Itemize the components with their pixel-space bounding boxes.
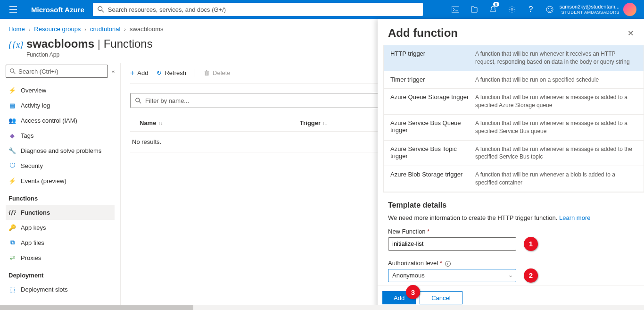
page-subtitle: Function App (26, 51, 153, 58)
template-details-heading: Template details (388, 201, 639, 209)
collapse-sidebar-icon[interactable]: « (112, 68, 115, 74)
toolbar-separator (195, 69, 195, 77)
template-row[interactable]: Azure Blob Storage trigger A function th… (384, 166, 644, 192)
refresh-icon: ↻ (157, 69, 162, 76)
callout-1: 1 (524, 237, 538, 251)
template-row[interactable]: Azure Service Bus Queue trigger A functi… (384, 114, 644, 140)
callout-2: 2 (524, 268, 538, 283)
panel-title: Add function (388, 26, 458, 40)
sidebar-section-functions: Functions (6, 188, 115, 205)
template-desc: A function that will be run on a specifi… (475, 76, 637, 84)
help-icon[interactable]: ? (522, 0, 540, 19)
proxy-icon: ⇄ (8, 254, 16, 261)
sidebar-item-deployment-slots[interactable]: ⬚Deployment slots (6, 282, 115, 297)
template-name: Azure Blob Storage trigger (390, 171, 475, 187)
brand-label[interactable]: Microsoft Azure (23, 6, 93, 14)
template-desc: A function that will be run whenever a m… (475, 93, 637, 109)
user-menu[interactable]: samson2ky@studentam... STUDENT AMBASSADO… (560, 3, 640, 16)
sidebar-item-tags[interactable]: ◆Tags (6, 128, 115, 143)
new-function-input[interactable] (388, 237, 516, 251)
search-placeholder: Search resources, services, and docs (G+… (108, 6, 226, 13)
template-row[interactable]: Azure Queue Storage trigger A function t… (384, 88, 644, 114)
sidebar-item-diagnose[interactable]: 🔧Diagnose and solve problems (6, 143, 115, 158)
settings-icon[interactable] (503, 0, 521, 19)
hamburger-menu-icon[interactable] (4, 6, 23, 13)
template-list: HTTP trigger A function that will be run… (383, 45, 644, 193)
add-button[interactable]: +Add (130, 69, 148, 77)
avatar (623, 3, 636, 16)
template-name: Azure Queue Storage trigger (390, 93, 475, 109)
template-desc: A function that will be run whenever a m… (475, 119, 637, 135)
template-name: Azure Service Bus Topic trigger (390, 145, 475, 161)
sidebar: Search (Ctrl+/) « ⚡Overview ▤Activity lo… (0, 63, 121, 310)
sidebar-item-app-files[interactable]: ⧉App files (6, 235, 115, 250)
refresh-button[interactable]: ↻Refresh (157, 69, 186, 76)
chevron-right-icon: › (124, 26, 126, 32)
key-icon: 🔑 (8, 224, 16, 231)
sidebar-search-placeholder: Search (Ctrl+/) (18, 68, 58, 75)
sidebar-item-label: Functions (21, 209, 50, 216)
learn-more-link[interactable]: Learn more (559, 214, 590, 221)
sidebar-search-input[interactable]: Search (Ctrl+/) (6, 65, 108, 78)
breadcrumb-current: swacblooms (130, 25, 164, 33)
slots-icon: ⬚ (8, 285, 16, 293)
sidebar-item-access-control[interactable]: 👥Access control (IAM) (6, 113, 115, 128)
user-email: samson2ky@studentam... (560, 4, 619, 10)
global-search-input[interactable]: Search resources, services, and docs (G+… (93, 3, 423, 16)
wrench-icon: 🔧 (8, 147, 16, 154)
search-icon (10, 68, 16, 74)
directories-icon[interactable] (465, 0, 483, 19)
template-desc: A function that will be run whenever a b… (475, 171, 637, 187)
search-icon (98, 6, 104, 13)
sort-icon: ↑↓ (322, 121, 327, 126)
breadcrumb-item[interactable]: crudtutorial (90, 25, 120, 33)
sidebar-item-security[interactable]: 🛡Security (6, 158, 115, 173)
column-trigger[interactable]: Trigger↑↓ (300, 119, 327, 126)
sidebar-section-deployment: Deployment (6, 265, 115, 282)
svg-point-3 (546, 6, 553, 13)
log-icon: ▤ (8, 101, 16, 109)
sidebar-item-proxies[interactable]: ⇄Proxies (6, 250, 115, 265)
close-icon[interactable]: ✕ (627, 29, 634, 38)
select-value: Anonymous (392, 272, 425, 279)
svg-point-5 (551, 8, 552, 9)
sidebar-item-app-keys[interactable]: 🔑App keys (6, 220, 115, 235)
bolt-icon: ⚡ (8, 177, 16, 184)
template-name: Azure Service Bus Queue trigger (390, 119, 475, 135)
shield-icon: 🛡 (8, 162, 16, 169)
breadcrumb-item[interactable]: Resource groups (34, 25, 81, 33)
delete-button: 🗑Delete (204, 69, 231, 76)
breadcrumb-item[interactable]: Home (8, 25, 25, 33)
template-name: Timer trigger (390, 76, 475, 84)
svg-rect-1 (452, 6, 459, 13)
files-icon: ⧉ (8, 239, 16, 246)
column-name[interactable]: Name↑↓ (140, 119, 300, 126)
chevron-right-icon: › (29, 26, 31, 32)
cloud-shell-icon[interactable] (446, 0, 464, 19)
notifications-icon[interactable]: 8 (484, 0, 502, 19)
template-row[interactable]: Azure Service Bus Topic trigger A functi… (384, 140, 644, 166)
sidebar-item-label: Access control (IAM) (21, 117, 77, 124)
sidebar-item-functions[interactable]: {ƒ}Functions (6, 205, 115, 220)
field-label-name: New Function * (388, 228, 639, 235)
sidebar-item-overview[interactable]: ⚡Overview (6, 83, 115, 98)
template-row[interactable]: HTTP trigger A function that will be run… (384, 45, 644, 71)
function-app-icon: {ƒx} (8, 40, 22, 53)
search-icon (135, 98, 141, 104)
cancel-button[interactable]: Cancel (420, 291, 462, 304)
page-title: swacblooms | Functions (26, 37, 153, 50)
sidebar-item-activity-log[interactable]: ▤Activity log (6, 98, 115, 113)
info-icon[interactable]: i (445, 261, 451, 267)
sidebar-item-events[interactable]: ⚡Events (preview) (6, 173, 115, 188)
feedback-icon[interactable] (541, 0, 559, 19)
sidebar-item-label: Tags (21, 132, 33, 139)
auth-level-select[interactable]: Anonymous ⌵ (388, 269, 516, 282)
horizontal-scrollbar[interactable] (0, 305, 644, 310)
user-role: STUDENT AMBASSADORS (560, 10, 619, 15)
sidebar-item-label: Activity log (21, 102, 50, 109)
template-row[interactable]: Timer trigger A function that will be ru… (384, 71, 644, 89)
sidebar-item-label: App files (21, 239, 44, 246)
sidebar-item-label: Security (21, 162, 43, 169)
filter-placeholder: Filter by name... (145, 97, 189, 104)
tag-icon: ◆ (8, 132, 16, 139)
